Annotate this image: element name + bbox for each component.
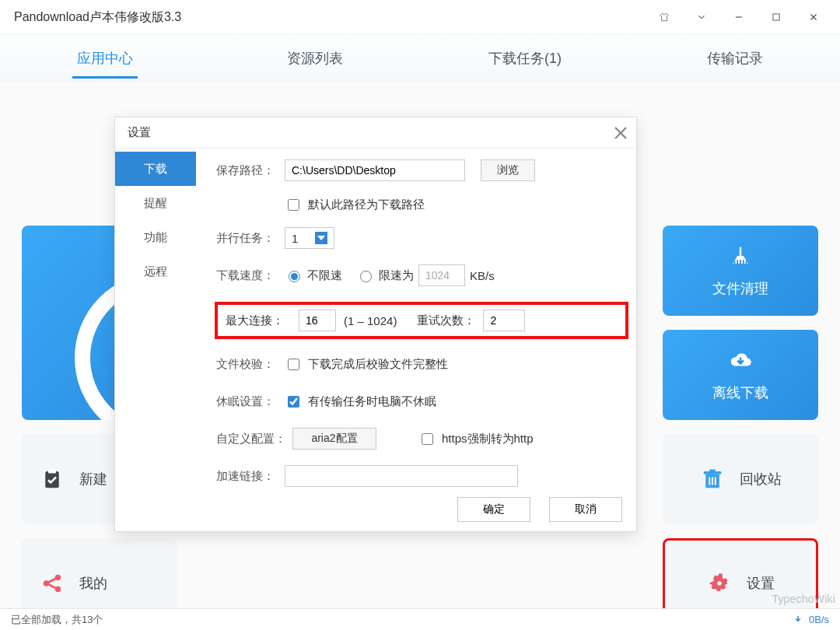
dialog-footer: 确定 取消 xyxy=(457,497,622,522)
svg-point-13 xyxy=(717,581,722,586)
file-verify-label: 文件校验： xyxy=(216,357,285,372)
svg-rect-4 xyxy=(45,471,59,488)
radio-limited-label: 限速为 xyxy=(379,268,414,283)
chevron-down-icon[interactable] xyxy=(683,2,720,32)
tile-new-task-label: 新建 xyxy=(79,470,107,488)
browse-button[interactable]: 浏览 xyxy=(481,159,535,181)
ok-button[interactable]: 确定 xyxy=(457,497,530,522)
share-icon xyxy=(39,570,65,597)
tile-file-clean[interactable]: 文件清理 xyxy=(663,226,818,316)
sleep-text: 有传输任务时电脑不休眠 xyxy=(308,394,436,409)
retry-label: 重试次数： xyxy=(417,313,475,328)
parallel-select[interactable]: 1 xyxy=(285,227,334,249)
svg-rect-9 xyxy=(740,247,742,255)
speed-label: 下载速度： xyxy=(216,268,285,283)
status-bar: 已全部加载，共13个 0B/s xyxy=(0,608,840,630)
parallel-label: 并行任务： xyxy=(216,231,285,246)
tab-transfer-log[interactable]: 传输记录 xyxy=(630,49,840,68)
retry-input[interactable] xyxy=(483,310,525,331)
dialog-sidebar: 下载 提醒 功能 远程 xyxy=(115,149,196,491)
https-force-checkbox[interactable] xyxy=(422,433,433,445)
radio-unlimited[interactable] xyxy=(289,271,300,282)
file-verify-checkbox[interactable] xyxy=(288,359,299,370)
main-tabs: 应用中心 资源列表 下载任务(1) 传输记录 xyxy=(0,35,840,82)
clipboard-icon xyxy=(39,466,65,492)
default-path-label: 默认此路径为下载路径 xyxy=(308,198,425,212)
dialog-close-button[interactable] xyxy=(610,122,632,144)
svg-rect-1 xyxy=(773,14,779,20)
radio-limited[interactable] xyxy=(360,271,372,282)
max-conn-range: (1 – 1024) xyxy=(344,314,397,327)
settings-dialog: 设置 下载 提醒 功能 远程 保存路径： 浏览 默认此路径为下载路径 并行任务： xyxy=(114,117,637,532)
speed-unit: KB/s xyxy=(470,269,495,282)
speed-limit-input xyxy=(418,264,465,286)
download-arrow-icon xyxy=(793,615,803,625)
svg-rect-5 xyxy=(48,470,56,474)
sidebar-item-download[interactable]: 下载 xyxy=(115,152,196,186)
svg-marker-16 xyxy=(317,236,325,240)
sleep-label: 休眠设置： xyxy=(216,394,285,409)
tile-mine-label: 我的 xyxy=(79,574,107,593)
dialog-content: 保存路径： 浏览 默认此路径为下载路径 并行任务： 1 下载速度： xyxy=(196,149,636,491)
right-tiles: 文件清理 离线下载 回收站 设置 xyxy=(663,226,818,628)
cloud-download-icon xyxy=(729,348,752,376)
file-verify-text: 下载完成后校验文件完整性 xyxy=(308,357,448,372)
tile-clean-label: 文件清理 xyxy=(712,279,768,298)
tab-app-center[interactable]: 应用中心 xyxy=(0,49,210,68)
sidebar-item-remote[interactable]: 远程 xyxy=(115,254,196,289)
svg-rect-11 xyxy=(704,471,722,474)
close-icon[interactable] xyxy=(795,2,832,32)
broom-icon xyxy=(729,244,752,271)
custom-cfg-label: 自定义配置： xyxy=(216,432,292,446)
accel-label: 加速链接： xyxy=(216,469,285,484)
max-conn-input[interactable] xyxy=(299,310,336,331)
caret-down-icon xyxy=(315,232,327,244)
accel-input[interactable] xyxy=(285,465,518,487)
window-title: Pandownload卢本伟修改版3.3 xyxy=(14,9,646,26)
tile-recycle-label: 回收站 xyxy=(740,470,782,488)
status-text: 已全部加载，共13个 xyxy=(11,613,103,627)
cancel-button[interactable]: 取消 xyxy=(549,497,622,522)
svg-rect-12 xyxy=(709,470,716,472)
parallel-value: 1 xyxy=(292,232,298,245)
tile-recycle[interactable]: 回收站 xyxy=(663,434,818,524)
save-path-input[interactable] xyxy=(285,159,465,181)
watermark: TypechoWiki xyxy=(772,593,835,605)
maximize-icon[interactable] xyxy=(758,2,795,32)
https-force-text: https强制转为http xyxy=(442,432,534,446)
title-bar: Pandownload卢本伟修改版3.3 xyxy=(0,0,840,35)
tab-resource-list[interactable]: 资源列表 xyxy=(210,49,420,68)
default-path-checkbox[interactable] xyxy=(288,199,299,211)
status-speed: 0B/s xyxy=(793,614,829,625)
tile-settings-label: 设置 xyxy=(747,574,775,593)
minimize-icon[interactable] xyxy=(720,2,758,32)
dialog-title: 设置 xyxy=(128,125,610,140)
tab-download-tasks[interactable]: 下载任务(1) xyxy=(420,49,630,68)
trash-icon xyxy=(699,466,726,492)
sidebar-item-feature[interactable]: 功能 xyxy=(115,220,196,254)
shirt-icon[interactable] xyxy=(646,2,683,32)
radio-unlimited-label: 不限速 xyxy=(307,268,342,283)
tile-offline-download[interactable]: 离线下载 xyxy=(663,330,818,420)
max-conn-label: 最大连接： xyxy=(226,313,291,328)
save-path-label: 保存路径： xyxy=(216,163,285,178)
aria2-config-button[interactable]: aria2配置 xyxy=(292,428,376,450)
sleep-checkbox[interactable] xyxy=(288,396,299,408)
gear-icon xyxy=(706,570,733,597)
sidebar-item-alert[interactable]: 提醒 xyxy=(115,186,196,220)
tile-offline-label: 离线下载 xyxy=(712,383,768,402)
highlight-connections: 最大连接： (1 – 1024) 重试次数： xyxy=(215,302,628,339)
dialog-titlebar: 设置 xyxy=(115,117,636,149)
